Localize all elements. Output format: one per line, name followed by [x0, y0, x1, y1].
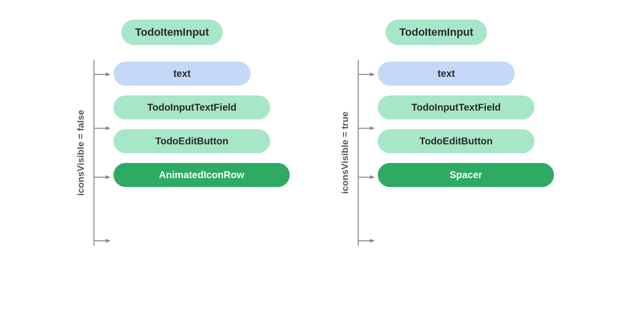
svg-marker-6	[106, 175, 111, 179]
left-node-editbutton: TodoEditButton	[114, 129, 270, 153]
right-top-node: TodoItemInput	[386, 20, 487, 45]
svg-marker-13	[370, 126, 375, 130]
right-diagram-label: iconsVisible = true	[337, 50, 353, 255]
left-top-node: TodoItemInput	[121, 20, 223, 45]
svg-marker-2	[106, 72, 111, 76]
svg-marker-8	[106, 239, 111, 243]
right-node-textfield: TodoInputTextField	[378, 95, 534, 119]
right-node-text: text	[378, 62, 515, 86]
main-container: TodoItemInput iconsVisible = false	[0, 0, 644, 325]
left-node-textfield: TodoInputTextField	[114, 95, 270, 119]
left-diagram-label: iconsVisible = false	[72, 50, 89, 255]
left-diagram: TodoItemInput iconsVisible = false	[72, 20, 307, 255]
right-diagram: TodoItemInput iconsVisible = true	[337, 20, 572, 255]
left-bracket-svg	[89, 50, 114, 255]
svg-marker-4	[106, 126, 111, 130]
svg-marker-15	[370, 175, 375, 179]
right-bracket-svg	[353, 50, 378, 255]
svg-marker-11	[370, 72, 375, 76]
left-node-iconrow: AnimatedIconRow	[114, 163, 290, 187]
right-node-spacer: Spacer	[378, 163, 554, 187]
svg-marker-17	[370, 239, 375, 243]
left-node-text: text	[114, 62, 251, 86]
right-node-editbutton: TodoEditButton	[378, 129, 534, 153]
